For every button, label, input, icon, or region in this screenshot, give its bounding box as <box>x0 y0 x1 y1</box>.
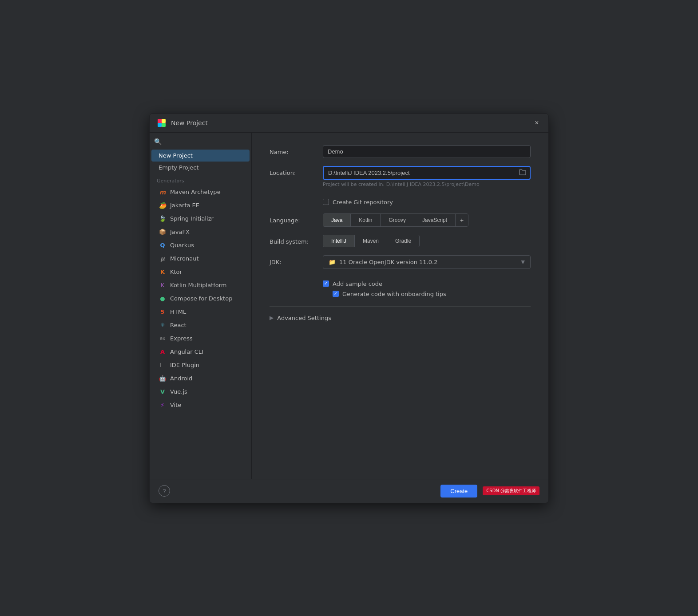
language-javascript-btn[interactable]: JavaScript <box>414 214 456 226</box>
html-icon: 5 <box>159 308 167 316</box>
quarkus-icon: Q <box>159 241 167 249</box>
sidebar-item-maven[interactable]: m Maven Archetype <box>151 186 250 199</box>
search-icon: 🔍 <box>154 138 162 145</box>
language-groovy-btn[interactable]: Groovy <box>381 214 414 226</box>
language-kotlin-btn[interactable]: Kotlin <box>351 214 381 226</box>
sidebar-item-jakarta[interactable]: 🥭 Jakarta EE <box>151 199 250 212</box>
language-java-btn[interactable]: Java <box>323 214 351 226</box>
jakarta-label: Jakarta EE <box>170 202 199 209</box>
express-icon: ex <box>159 335 167 343</box>
title-bar: New Project × <box>150 114 548 133</box>
sample-code-row: Add sample code Generate code with onboa… <box>270 277 531 297</box>
language-label: Language: <box>270 213 323 224</box>
angular-icon: A <box>159 348 167 356</box>
git-repo-checkbox[interactable] <box>323 199 329 205</box>
sidebar-item-javafx[interactable]: 📦 JavaFX <box>151 225 250 239</box>
location-input[interactable] <box>323 166 531 180</box>
sidebar-item-react[interactable]: ⚛ React <box>151 319 250 332</box>
folder-icon <box>519 169 526 175</box>
new-project-dialog: New Project × 🔍 New Project Empty Projec… <box>149 113 549 503</box>
sidebar-item-express[interactable]: ex Express <box>151 332 250 345</box>
build-row: Build system: IntelliJ Maven Gradle <box>270 235 531 247</box>
sidebar-item-empty-project-label: Empty Project <box>159 164 199 171</box>
micronaut-label: Micronaut <box>170 255 199 262</box>
onboarding-checkbox[interactable] <box>333 291 339 297</box>
advanced-settings-label: Advanced Settings <box>277 315 331 321</box>
build-toggle-group: IntelliJ Maven Gradle <box>323 235 420 247</box>
build-maven-btn[interactable]: Maven <box>355 235 387 247</box>
sidebar-item-quarkus[interactable]: Q Quarkus <box>151 239 250 252</box>
git-repo-checkbox-row: Create Git repository <box>323 199 531 205</box>
build-label: Build system: <box>270 235 323 245</box>
compose-label: Compose for Desktop <box>170 295 232 302</box>
name-label: Name: <box>270 145 323 155</box>
kotlin-mp-icon: K <box>159 281 167 289</box>
browse-folder-button[interactable] <box>518 168 527 178</box>
create-button[interactable]: Create <box>440 485 477 498</box>
ktor-icon: K <box>159 268 167 276</box>
name-input[interactable] <box>323 145 531 158</box>
ide-plugin-icon: ⊢ <box>159 361 167 369</box>
sidebar-item-vuejs[interactable]: V Vue.js <box>151 385 250 399</box>
location-row: Location: Project will be created in: D:… <box>270 166 531 187</box>
quarkus-label: Quarkus <box>170 242 194 249</box>
jakarta-icon: 🥭 <box>159 201 167 209</box>
advanced-section: ▶ Advanced Settings <box>270 306 531 323</box>
kotlin-mp-label: Kotlin Multiplatform <box>170 282 227 288</box>
maven-label: Maven Archetype <box>170 189 221 195</box>
svg-rect-4 <box>162 119 166 123</box>
dialog-footer: ? Create CSDN @熬夜软件工程师 <box>150 479 548 503</box>
sidebar-item-kotlin-mp[interactable]: K Kotlin Multiplatform <box>151 279 250 292</box>
sample-code-checkbox[interactable] <box>323 280 329 287</box>
vite-icon: ⚡ <box>159 401 167 409</box>
sidebar-item-new-project[interactable]: New Project <box>151 150 250 162</box>
sidebar-item-android[interactable]: 🤖 Android <box>151 372 250 385</box>
name-row: Name: <box>270 145 531 158</box>
location-hint: Project will be created in: D:\IntelliJ … <box>323 182 531 187</box>
micronaut-icon: μ <box>159 255 167 263</box>
angular-label: Angular CLI <box>170 348 203 355</box>
express-label: Express <box>170 335 193 342</box>
maven-icon: m <box>159 188 167 196</box>
advanced-settings-toggle[interactable]: ▶ Advanced Settings <box>270 313 531 323</box>
language-row: Language: Java Kotlin Groovy JavaScript … <box>270 213 531 227</box>
app-icon <box>157 118 167 128</box>
sidebar-item-micronaut[interactable]: μ Micronaut <box>151 252 250 265</box>
csdn-badge: CSDN @熬夜软件工程师 <box>483 486 539 495</box>
language-more-btn[interactable]: + <box>456 214 468 226</box>
language-toggle-group: Java Kotlin Groovy JavaScript + <box>323 213 468 227</box>
build-gradle-btn[interactable]: Gradle <box>387 235 419 247</box>
sidebar-item-compose[interactable]: ● Compose for Desktop <box>151 292 250 305</box>
name-control <box>323 145 531 158</box>
sidebar-item-spring[interactable]: 🍃 Spring Initializr <box>151 212 250 225</box>
sidebar-item-angular[interactable]: A Angular CLI <box>151 345 250 359</box>
javafx-label: JavaFX <box>170 229 190 235</box>
jdk-label: JDK: <box>270 255 323 265</box>
help-button[interactable]: ? <box>159 485 170 497</box>
android-icon: 🤖 <box>159 375 167 383</box>
sidebar-item-vite[interactable]: ⚡ Vite <box>151 399 250 412</box>
spring-icon: 🍃 <box>159 215 167 223</box>
build-intellij-btn[interactable]: IntelliJ <box>323 235 355 247</box>
ide-plugin-label: IDE Plugin <box>170 362 199 368</box>
dialog-title: New Project <box>171 119 208 126</box>
sidebar-item-new-project-label: New Project <box>159 152 193 159</box>
vuejs-icon: V <box>159 388 167 396</box>
spring-label: Spring Initializr <box>170 215 214 222</box>
git-repo-row: Create Git repository <box>270 195 531 205</box>
sidebar-item-ide-plugin[interactable]: ⊢ IDE Plugin <box>151 359 250 372</box>
sidebar-item-html[interactable]: 5 HTML <box>151 305 250 319</box>
onboarding-label[interactable]: Generate code with onboarding tips <box>342 291 446 297</box>
ktor-label: Ktor <box>170 269 182 275</box>
location-label: Location: <box>270 166 323 176</box>
jdk-dropdown[interactable]: 📁 11 Oracle OpenJDK version 11.0.2 ▼ <box>323 255 531 269</box>
sidebar-item-empty-project[interactable]: Empty Project <box>151 162 250 174</box>
git-repo-label[interactable]: Create Git repository <box>333 199 393 205</box>
close-button[interactable]: × <box>532 118 541 127</box>
dialog-body: 🔍 New Project Empty Project Generators m… <box>150 133 548 479</box>
compose-icon: ● <box>159 295 167 303</box>
sidebar-item-ktor[interactable]: K Ktor <box>151 265 250 279</box>
sample-code-checkbox-row: Add sample code <box>323 280 531 287</box>
android-label: Android <box>170 375 192 382</box>
sample-code-label[interactable]: Add sample code <box>333 280 382 287</box>
